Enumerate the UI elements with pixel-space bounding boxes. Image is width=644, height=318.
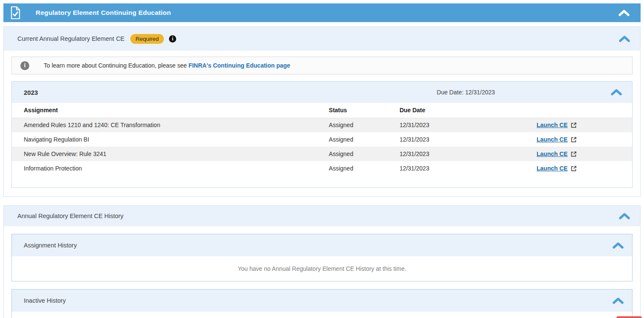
year-2023-card: 2023 Due Date: 12/31/2023 Assignment Sta… bbox=[11, 81, 633, 188]
card-due-date: Due Date: 12/31/2023 bbox=[437, 89, 495, 96]
assignment-history-empty-message: You have no Annual Regulatory Element CE… bbox=[12, 256, 632, 281]
external-link-icon bbox=[571, 122, 577, 128]
current-ce-title: Current Annual Regulatory Element CE bbox=[17, 35, 124, 42]
info-banner-text: To learn more about Continuing Education… bbox=[44, 62, 290, 69]
table-row: Information Protection Assigned 12/31/20… bbox=[12, 161, 632, 176]
collapse-chevron-history[interactable] bbox=[619, 213, 630, 219]
status-cell: Assigned bbox=[329, 118, 400, 132]
table-row: Navigating Regulation BI Assigned 12/31/… bbox=[12, 132, 632, 147]
ce-history-title: Annual Regulatory Element CE History bbox=[17, 213, 124, 219]
ce-info-banner: i To learn more about Continuing Educati… bbox=[11, 57, 633, 74]
current-ce-section-header[interactable]: Current Annual Regulatory Element CE Req… bbox=[4, 27, 640, 51]
ce-history-content: Assignment History You have no Annual Re… bbox=[4, 226, 640, 318]
launch-ce-label: Launch CE bbox=[537, 165, 568, 172]
regulatory-element-ce-page: Regulatory Element Continuing Education … bbox=[0, 0, 644, 318]
external-link-icon bbox=[571, 165, 577, 172]
column-header-due-date: Due Date bbox=[399, 103, 537, 118]
inactive-history-body bbox=[12, 312, 632, 318]
launch-ce-link[interactable]: Launch CE bbox=[537, 122, 577, 128]
required-badge: Required bbox=[130, 34, 164, 44]
column-header-assignment: Assignment bbox=[12, 103, 329, 118]
due-date-cell: 12/31/2023 bbox=[399, 132, 537, 147]
due-date-cell: 12/31/2023 bbox=[399, 147, 537, 161]
launch-ce-link[interactable]: Launch CE bbox=[537, 165, 577, 172]
feedback-button-partial[interactable] bbox=[616, 316, 642, 318]
inactive-history-header[interactable]: Inactive History bbox=[12, 290, 632, 312]
table-row: New Rule Overview: Rule 3241 Assigned 12… bbox=[12, 147, 632, 161]
inactive-history-title: Inactive History bbox=[24, 297, 613, 304]
info-icon[interactable]: i bbox=[169, 35, 176, 43]
assignment-cell: New Rule Overview: Rule 3241 bbox=[12, 147, 329, 161]
current-ce-content: i To learn more about Continuing Educati… bbox=[4, 51, 640, 196]
column-header-status: Status bbox=[329, 103, 400, 118]
assignment-history-title: Assignment History bbox=[24, 242, 613, 249]
assignment-cell: Navigating Regulation BI bbox=[12, 132, 329, 147]
launch-ce-link[interactable]: Launch CE bbox=[537, 150, 577, 157]
external-link-icon bbox=[571, 151, 577, 157]
due-date-cell: 12/31/2023 bbox=[399, 118, 537, 132]
document-check-icon bbox=[9, 6, 22, 20]
collapse-chevron-main[interactable] bbox=[619, 10, 630, 16]
current-ce-panel: Current Annual Regulatory Element CE Req… bbox=[3, 26, 641, 197]
assignment-history-card: Assignment History You have no Annual Re… bbox=[11, 234, 633, 281]
page-title: Regulatory Element Continuing Education bbox=[36, 9, 619, 17]
column-header-action bbox=[537, 103, 632, 118]
info-banner-text-before: To learn more about Continuing Education… bbox=[44, 62, 188, 69]
due-date-cell: 12/31/2023 bbox=[399, 161, 537, 176]
status-cell: Assigned bbox=[329, 161, 400, 176]
assignment-history-header[interactable]: Assignment History bbox=[12, 234, 632, 256]
section-header-regulatory-element-ce[interactable]: Regulatory Element Continuing Education bbox=[3, 3, 641, 22]
inactive-history-card: Inactive History bbox=[11, 289, 633, 318]
assignment-cell: Amended Rules 1210 and 1240: CE Transfor… bbox=[12, 118, 329, 132]
year-label: 2023 bbox=[12, 89, 38, 96]
launch-ce-label: Launch CE bbox=[537, 122, 568, 128]
collapse-chevron-inactive-history[interactable] bbox=[613, 298, 624, 304]
collapse-chevron-current-ce[interactable] bbox=[619, 36, 630, 42]
info-circle-icon: i bbox=[20, 61, 29, 70]
table-header-row: Assignment Status Due Date bbox=[12, 103, 632, 118]
collapse-chevron-year-card[interactable] bbox=[611, 89, 622, 96]
external-link-icon bbox=[571, 136, 577, 143]
assignment-cell: Information Protection bbox=[12, 161, 329, 176]
ce-history-panel: Annual Regulatory Element CE History Ass… bbox=[3, 205, 641, 318]
collapse-chevron-assignment-history[interactable] bbox=[613, 242, 624, 249]
launch-ce-link[interactable]: Launch CE bbox=[537, 136, 577, 143]
table-row: Amended Rules 1210 and 1240: CE Transfor… bbox=[12, 118, 632, 132]
finra-continuing-education-link[interactable]: FINRA's Continuing Education page bbox=[188, 62, 290, 69]
launch-ce-label: Launch CE bbox=[537, 150, 568, 157]
status-cell: Assigned bbox=[329, 132, 400, 147]
year-card-header[interactable]: 2023 Due Date: 12/31/2023 bbox=[12, 82, 632, 103]
ce-assignments-table: Assignment Status Due Date Amended Rules… bbox=[12, 103, 632, 176]
ce-history-section-header[interactable]: Annual Regulatory Element CE History bbox=[4, 206, 640, 226]
status-cell: Assigned bbox=[329, 147, 400, 161]
launch-ce-label: Launch CE bbox=[537, 136, 568, 143]
